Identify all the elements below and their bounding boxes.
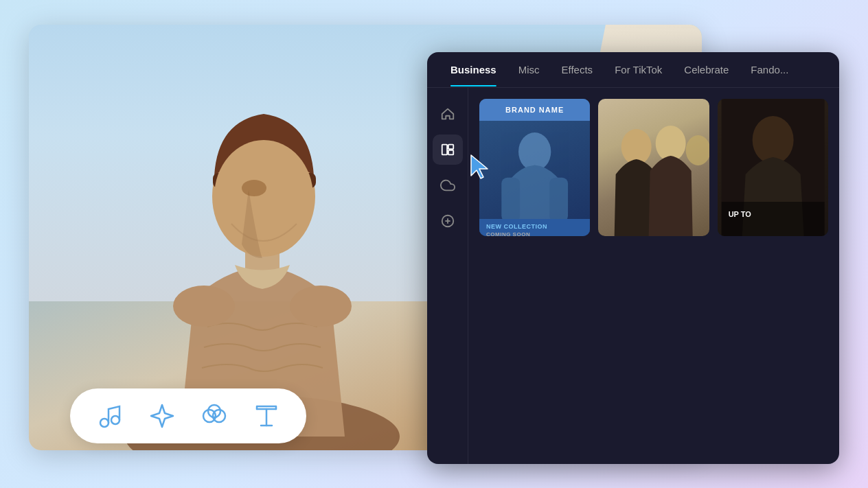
svg-rect-21 xyxy=(549,177,568,222)
svg-point-24 xyxy=(686,135,709,165)
template-card-single-portrait[interactable]: UP TO xyxy=(718,99,828,236)
tab-fandom[interactable]: Fando... xyxy=(741,58,798,81)
svg-point-6 xyxy=(173,286,235,327)
svg-text:UP TO: UP TO xyxy=(728,210,751,218)
svg-point-9 xyxy=(111,416,119,424)
tabs-row: Business Misc Effects For TikTok Celebra… xyxy=(427,52,839,88)
portrait-figures xyxy=(598,99,709,236)
sidebar-cloud-icon[interactable] xyxy=(433,170,463,200)
template-card-brand[interactable]: BRAND NAME NEW COLLECTION C xyxy=(479,99,590,236)
content-area: BRAND NAME NEW COLLECTION C xyxy=(468,88,839,464)
svg-rect-15 xyxy=(448,150,453,154)
main-container: Business Misc Effects For TikTok Celebra… xyxy=(29,25,839,464)
sidebar-home-icon[interactable] xyxy=(433,99,463,129)
panel-body: BRAND NAME NEW COLLECTION C xyxy=(427,88,839,464)
svg-point-5 xyxy=(242,180,266,196)
svg-rect-14 xyxy=(448,144,453,148)
sidebar-templates-icon[interactable] xyxy=(433,135,463,165)
text-icon[interactable] xyxy=(251,401,282,431)
sidebar-icons xyxy=(427,88,468,464)
tab-misc[interactable]: Misc xyxy=(509,58,549,81)
brand-name-header: BRAND NAME xyxy=(479,99,590,121)
portrait-dark: UP TO xyxy=(718,99,828,236)
svg-point-8 xyxy=(100,419,108,427)
svg-rect-27 xyxy=(721,202,824,236)
svg-rect-13 xyxy=(442,144,446,154)
effects-icon[interactable] xyxy=(199,401,229,431)
svg-rect-20 xyxy=(501,177,520,222)
templates-grid: BRAND NAME NEW COLLECTION C xyxy=(479,99,828,236)
music-icon[interactable] xyxy=(95,401,125,431)
icons-bar xyxy=(70,388,306,443)
svg-point-26 xyxy=(752,116,793,164)
tab-effects[interactable]: Effects xyxy=(552,58,603,81)
svg-point-7 xyxy=(290,286,352,327)
sparkle-icon[interactable] xyxy=(147,401,177,431)
dark-panel: Business Misc Effects For TikTok Celebra… xyxy=(427,52,839,464)
svg-point-4 xyxy=(214,140,313,253)
sidebar-add-icon[interactable] xyxy=(433,206,463,236)
tab-for-tiktok[interactable]: For TikTok xyxy=(605,58,672,81)
tab-business[interactable]: Business xyxy=(441,58,506,81)
template-card-portrait-group[interactable] xyxy=(598,99,709,236)
new-collection-badge: NEW COLLECTION COMING SOON xyxy=(479,219,590,236)
tab-celebrate[interactable]: Celebrate xyxy=(674,58,738,81)
brand-image-area: NEW COLLECTION COMING SOON xyxy=(479,121,590,236)
